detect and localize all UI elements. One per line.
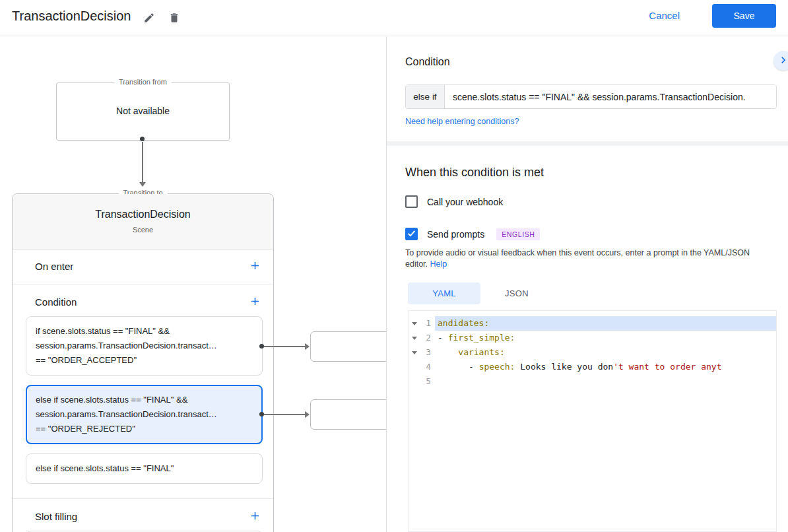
send-prompts-row: Send prompts ENGLISH	[405, 228, 540, 240]
condition-editor-panel: Condition else if Need help entering con…	[386, 36, 788, 532]
add-slot-button[interactable]	[247, 509, 263, 525]
scene-name: TransactionDecision	[13, 209, 273, 220]
code-text[interactable]: variants:	[435, 345, 776, 360]
tab-yaml[interactable]: YAML	[408, 283, 480, 304]
code-token-plain	[438, 347, 458, 357]
transition-from-box[interactable]: Transition from Not available	[56, 83, 230, 141]
code-line: 1andidates:	[409, 316, 776, 331]
plus-icon	[249, 510, 261, 524]
checkmark-icon	[407, 228, 416, 240]
transition-arrow-line	[264, 414, 305, 415]
code-line: 3 variants:	[409, 345, 776, 360]
gutter-fold-cell	[409, 374, 420, 389]
edit-title-button[interactable]	[140, 9, 158, 28]
arrow-down-icon	[139, 182, 146, 187]
connector-dot[interactable]	[259, 344, 264, 349]
yaml-code-editor[interactable]: 1andidates:2- first_simple:3 variants:4 …	[408, 310, 777, 532]
arrow-right-icon	[305, 411, 310, 418]
line-number: 2	[420, 331, 435, 345]
section-divider	[387, 141, 788, 146]
send-prompts-checkbox[interactable]	[405, 228, 418, 240]
condition-list: if scene.slots.status == "FINAL" &&sessi…	[26, 316, 263, 484]
line-number: 1	[420, 316, 435, 331]
line-number: 4	[420, 360, 435, 374]
connector-dot[interactable]	[140, 137, 145, 141]
condition-text-line: if scene.slots.status == "FINAL" &&	[36, 324, 253, 339]
code-token-key: first_simple:	[448, 333, 515, 343]
condition-expression-row: else if	[405, 84, 777, 109]
pencil-icon	[143, 12, 155, 26]
condition-box-selected[interactable]: else if scene.slots.status == "FINAL" &&…	[26, 385, 263, 444]
collapse-panel-button[interactable]	[773, 51, 788, 71]
condition-text-line: else if scene.slots.status == "FINAL"	[36, 461, 253, 476]
fold-arrow-icon[interactable]	[412, 337, 417, 340]
code-token-key: variants:	[458, 347, 504, 357]
send-prompts-label: Send prompts	[427, 229, 484, 240]
code-lines: 1andidates:2- first_simple:3 variants:4 …	[409, 316, 776, 389]
code-text[interactable]: - first_simple:	[435, 331, 776, 345]
code-text-active[interactable]: andidates:	[435, 316, 776, 331]
connector-dot[interactable]	[259, 412, 264, 416]
on-enter-label: On enter	[35, 261, 73, 272]
scene-type-label: Scene	[13, 226, 273, 234]
transition-arrow-line	[142, 142, 143, 182]
scene-card-header[interactable]: TransactionDecision Scene	[13, 194, 273, 249]
condition-box[interactable]: else if scene.slots.status == "FINAL"	[26, 453, 263, 484]
condition-expression-input[interactable]	[445, 85, 776, 108]
condition-text-line: else if scene.slots.status == "FINAL" &&	[36, 393, 253, 407]
page-title: TransactionDecision	[12, 9, 131, 24]
add-condition-button[interactable]	[247, 294, 263, 310]
gutter-fold-cell	[409, 360, 420, 374]
transition-from-content: Not available	[57, 106, 229, 116]
code-token-key: speech:	[479, 362, 515, 372]
code-line: 2- first_simple:	[409, 331, 776, 345]
transition-target-box[interactable]	[310, 331, 396, 362]
on-enter-section: On enter	[13, 249, 273, 284]
gutter-fold-cell	[409, 345, 420, 360]
code-token-plain: -	[438, 362, 479, 372]
save-button[interactable]: Save	[712, 4, 776, 28]
arrow-right-icon	[305, 343, 310, 350]
plus-icon	[249, 259, 261, 274]
scene-editor-page: TransactionDecision Cancel Save Transiti…	[0, 0, 788, 532]
code-text[interactable]	[435, 374, 776, 389]
delete-scene-button[interactable]	[165, 9, 183, 28]
condition-text-line: session.params.TransactionDecision.trans…	[36, 339, 253, 353]
transition-from-label: Transition from	[114, 78, 172, 86]
line-number: 3	[420, 345, 435, 360]
call-webhook-checkbox[interactable]	[405, 195, 418, 208]
condition-help-link[interactable]: Need help entering conditions?	[405, 117, 519, 126]
condition-box[interactable]: if scene.slots.status == "FINAL" &&sessi…	[26, 316, 263, 376]
transition-to-card: Transition to TransactionDecision Scene …	[12, 193, 274, 532]
code-token-string: 't want to order anyt	[613, 362, 721, 372]
fold-arrow-icon[interactable]	[412, 351, 417, 354]
condition-prefix-label: else if	[406, 85, 445, 108]
code-text[interactable]: - speech: Looks like you don't want to o…	[435, 360, 776, 374]
description-text: To provide audio or visual feedback when…	[405, 248, 750, 269]
code-line: 4 - speech: Looks like you don't want to…	[409, 360, 776, 374]
when-condition-met-heading: When this condition is met	[405, 166, 544, 180]
add-on-enter-button[interactable]	[247, 259, 263, 275]
fold-arrow-icon[interactable]	[412, 322, 417, 325]
condition-section: Condition if scene.slots.status == "FINA…	[13, 284, 273, 499]
code-line: 5	[409, 374, 776, 389]
call-webhook-label: Call your webhook	[427, 197, 503, 207]
help-link[interactable]: Help	[430, 259, 447, 269]
top-header: TransactionDecision Cancel Save	[0, 0, 788, 36]
prompt-editor-description: To provide audio or visual feedback when…	[405, 248, 772, 270]
slot-filling-label: Slot filling	[35, 511, 77, 522]
gutter-fold-cell	[409, 331, 420, 345]
plus-icon	[249, 295, 261, 310]
scene-graph-canvas: Transition from Not available Transition…	[0, 36, 386, 532]
code-token-plain: -	[438, 333, 448, 343]
condition-text-line: == "ORDER_ACCEPTED"	[36, 353, 253, 368]
tab-json[interactable]: JSON	[480, 283, 553, 304]
condition-text-line: == "ORDER_REJECTED"	[36, 422, 253, 436]
condition-text-line: session.params.TransactionDecision.trans…	[36, 407, 253, 422]
webhook-row: Call your webhook	[405, 195, 503, 208]
trash-icon	[168, 12, 180, 26]
transition-target-box[interactable]	[310, 399, 396, 430]
cancel-button[interactable]: Cancel	[649, 10, 680, 21]
editor-tabs: YAML JSON	[408, 283, 553, 304]
line-number: 5	[420, 374, 435, 389]
